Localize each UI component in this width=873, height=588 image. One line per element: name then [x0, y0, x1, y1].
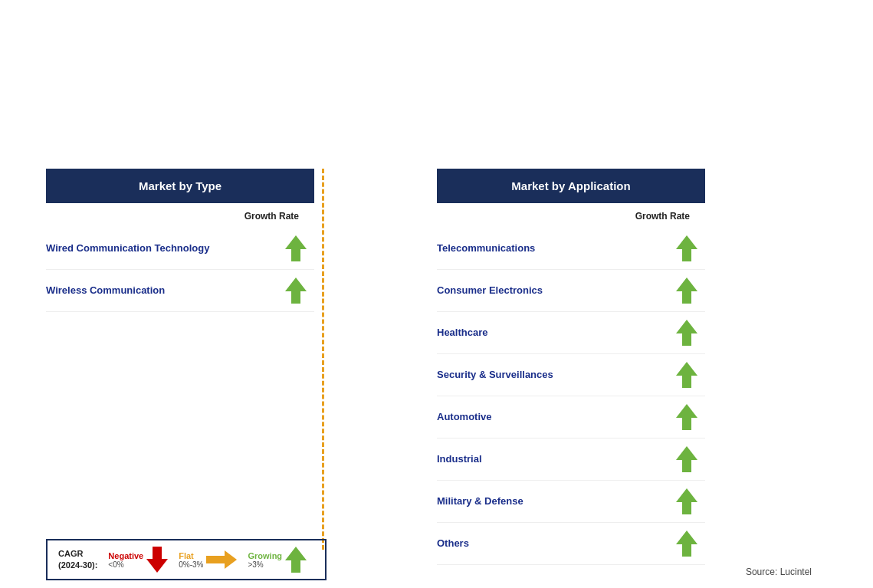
- item-label-industrial: Industrial: [437, 452, 676, 466]
- list-item: Wireless Communication: [46, 270, 314, 312]
- up-arrow-icon: [676, 235, 697, 261]
- list-item: Automotive: [437, 396, 705, 439]
- item-label-military: Military & Defense: [437, 494, 676, 508]
- legend-negative: Negative <0%: [108, 547, 168, 573]
- item-label-wired: Wired Communication Technology: [46, 241, 285, 255]
- legend-growing: Growing >3%: [248, 547, 314, 573]
- item-label-security: Security & Surveillances: [437, 368, 676, 382]
- up-arrow-icon: [676, 362, 697, 388]
- divider: [322, 169, 324, 550]
- negative-range: <0%: [108, 560, 143, 569]
- flat-range: 0%-3%: [179, 560, 203, 569]
- item-label-wireless: Wireless Communication: [46, 284, 285, 297]
- left-panel-header: Market by Type: [46, 169, 314, 203]
- right-growth-rate-label: Growth Rate: [437, 211, 705, 222]
- item-label-healthcare: Healthcare: [437, 326, 676, 340]
- up-arrow-icon: [285, 235, 307, 261]
- up-arrow-icon: [676, 488, 697, 514]
- list-item: Others: [437, 523, 705, 565]
- up-arrow-icon: [285, 278, 307, 304]
- legend-flat: Flat 0%-3%: [179, 550, 237, 569]
- right-panel-header: Market by Application: [437, 169, 705, 203]
- up-arrow-icon: [676, 320, 697, 346]
- down-arrow-icon: [146, 547, 168, 573]
- list-item: Security & Surveillances: [437, 354, 705, 396]
- list-item: Healthcare: [437, 312, 705, 354]
- flat-label: Flat: [179, 551, 203, 560]
- list-item: Wired Communication Technology: [46, 228, 314, 270]
- list-item: Military & Defense: [437, 481, 705, 523]
- up-arrow-icon: [676, 404, 697, 430]
- up-arrow-icon: [676, 278, 697, 304]
- item-label-consumer: Consumer Electronics: [437, 284, 676, 297]
- up-arrow-icon: [676, 531, 697, 557]
- negative-label: Negative: [108, 551, 143, 560]
- left-growth-rate-label: Growth Rate: [46, 211, 314, 222]
- cagr-label: CAGR(2024-30):: [58, 548, 97, 572]
- up-arrow-icon: [676, 446, 697, 472]
- list-item: Industrial: [437, 439, 705, 481]
- list-item: Consumer Electronics: [437, 270, 705, 312]
- up-arrow-icon: [285, 547, 307, 573]
- item-label-telecom: Telecommunications: [437, 241, 676, 255]
- growing-label: Growing: [248, 551, 282, 560]
- item-label-others: Others: [437, 537, 676, 550]
- left-panel: Market by Type Growth Rate Wired Communi…: [46, 169, 314, 312]
- legend-box: CAGR(2024-30): Negative <0% Flat 0%-3% G…: [46, 539, 327, 580]
- item-label-automotive: Automotive: [437, 410, 676, 424]
- growing-range: >3%: [248, 560, 282, 569]
- flat-arrow-icon: [206, 550, 237, 569]
- right-panel: Market by Application Growth Rate Teleco…: [437, 169, 705, 565]
- source-label: Source: Lucintel: [746, 567, 812, 577]
- list-item: Telecommunications: [437, 228, 705, 270]
